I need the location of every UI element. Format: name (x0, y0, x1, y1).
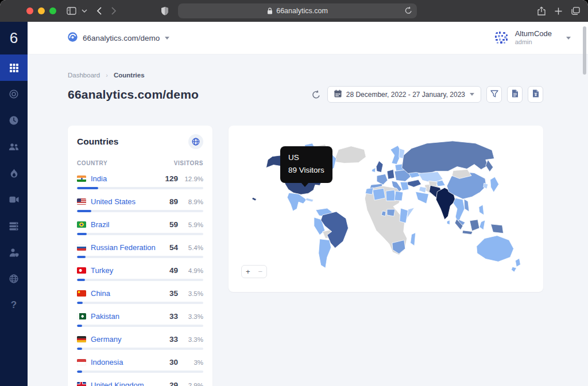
map-country-algeria[interactable] (373, 188, 385, 200)
map-country-indonesia-java[interactable] (462, 231, 473, 235)
map-country-saudi-arabia[interactable] (416, 192, 429, 204)
site-selector[interactable]: 66analytics.com/demo (68, 32, 169, 44)
sidebar-item-logs[interactable] (0, 213, 28, 239)
account-name: AltumCode (515, 29, 552, 38)
map-country-philippines[interactable] (479, 205, 484, 215)
map-region-iraq[interactable] (419, 186, 427, 193)
sidebar-item-heatmaps[interactable] (0, 160, 28, 186)
sidebar-item-goals[interactable] (0, 81, 28, 107)
map-country-australia[interactable] (477, 236, 514, 262)
refresh-icon[interactable] (312, 90, 320, 99)
map-country-sri-lanka[interactable] (447, 220, 450, 225)
visitors-progress-bar (77, 279, 203, 281)
map-region-east-africa[interactable] (400, 208, 408, 223)
tabs-overview-icon[interactable] (571, 7, 580, 15)
country-link[interactable]: Germany (91, 335, 169, 344)
country-link[interactable]: China (91, 289, 169, 298)
map-country-libya[interactable] (386, 190, 396, 201)
map-country-indonesia-sulawesi[interactable] (479, 220, 485, 230)
new-tab-icon[interactable] (555, 7, 562, 15)
map-country-new-zealand[interactable] (511, 258, 520, 272)
map-country-vietnam[interactable] (464, 199, 469, 212)
video-camera-icon (9, 196, 19, 203)
minimize-window-button[interactable] (38, 7, 45, 14)
sidebar-toggle-icon[interactable] (67, 7, 76, 15)
url-bar[interactable]: 66analytics.com (178, 3, 417, 18)
choropleth-world-map[interactable] (229, 126, 543, 292)
map-country-mexico[interactable] (287, 193, 307, 211)
zoom-in-button[interactable]: + (245, 268, 252, 275)
chevron-down-icon (566, 37, 571, 40)
zoom-window-button[interactable] (49, 7, 56, 14)
sidebar-item-profiles[interactable] (0, 239, 28, 266)
map-country-madagascar[interactable] (411, 233, 416, 246)
map-country-morocco[interactable] (365, 188, 373, 194)
sidebar-item-realtime[interactable] (0, 107, 28, 134)
sidebar-chevron-down-icon[interactable] (82, 9, 87, 13)
avatar (494, 30, 509, 45)
app-logo[interactable]: 6 (0, 22, 28, 54)
close-window-button[interactable] (26, 7, 33, 14)
map-country-somalia[interactable] (407, 208, 415, 219)
country-link[interactable]: Russian Federation (91, 243, 169, 252)
export-file-button[interactable] (507, 86, 523, 103)
date-range-picker[interactable]: 28 December, 2022 - 27 January, 2023 (327, 86, 481, 103)
map-country-united-kingdom[interactable] (376, 161, 383, 173)
map-country-ghana[interactable] (381, 211, 386, 216)
reload-icon[interactable] (405, 6, 412, 17)
country-row: United States898.9% (77, 197, 203, 212)
visitors-percent: 3.5% (184, 290, 203, 297)
map-region-kamchatka[interactable] (486, 160, 493, 172)
sidebar-item-help[interactable]: ? (0, 292, 28, 318)
map-country-russia[interactable] (402, 141, 494, 175)
map-view-toggle-button[interactable] (188, 134, 203, 149)
browser-toolbar: 66analytics.com (0, 0, 588, 22)
sidebar-item-visitors[interactable] (0, 134, 28, 160)
country-link[interactable]: India (91, 174, 165, 183)
share-icon[interactable] (537, 6, 546, 16)
country-link[interactable]: United States (91, 197, 169, 206)
page-toolbar: 28 December, 2022 - 27 January, 2023 (312, 86, 543, 103)
privacy-shield-icon[interactable] (161, 6, 169, 15)
map-country-egypt[interactable] (394, 191, 403, 201)
map-country-cuba[interactable] (305, 198, 314, 202)
country-link[interactable]: United Kingdom (91, 381, 169, 386)
map-country-papua[interactable] (491, 224, 504, 233)
flag-id-icon (77, 359, 86, 365)
map-country-nigeria[interactable] (387, 209, 395, 216)
map-country-germany[interactable] (387, 169, 394, 179)
forward-icon[interactable] (111, 7, 117, 15)
map-country-france[interactable] (377, 174, 388, 185)
country-link[interactable]: Turkey (91, 266, 169, 275)
country-link[interactable]: Indonesia (91, 358, 169, 366)
map-country-indonesia-borneo[interactable] (470, 220, 479, 231)
map-country-argentina[interactable] (319, 239, 331, 268)
map-region-hawaii[interactable] (252, 197, 257, 201)
page-scrollbar[interactable] (583, 26, 586, 75)
breadcrumb-dashboard[interactable]: Dashboard (68, 72, 100, 79)
sidebar-item-network[interactable] (0, 266, 28, 292)
country-link[interactable]: Brazil (91, 220, 169, 229)
map-country-greenland[interactable] (335, 146, 366, 163)
export-pdf-button[interactable] (528, 86, 543, 103)
users-icon (9, 143, 19, 151)
sidebar-item-recordings[interactable] (0, 186, 28, 213)
flag-in-icon (77, 176, 86, 182)
zoom-out-button[interactable]: − (257, 268, 264, 275)
visitors-percent: 12.9% (184, 176, 203, 182)
page-title: 66analytics.com/demo (68, 88, 199, 102)
map-country-ireland[interactable] (372, 167, 376, 172)
back-icon[interactable] (96, 7, 102, 15)
map-country-turkey[interactable] (408, 180, 421, 187)
visitors-progress-bar (77, 325, 203, 327)
country-link[interactable]: Pakistan (91, 312, 169, 321)
app-sidebar: 6 (0, 22, 28, 386)
map-country-japan[interactable] (490, 177, 499, 192)
filter-button[interactable] (486, 86, 502, 103)
browser-window: 66analytics.com 6 (0, 0, 588, 386)
sidebar-item-dashboard[interactable] (0, 54, 28, 81)
visitors-percent: 2.9% (184, 382, 203, 386)
account-menu[interactable]: AltumCode admin (494, 29, 571, 46)
breadcrumb: Dashboard › Countries (68, 72, 543, 79)
visitors-value: 35 (169, 289, 178, 298)
